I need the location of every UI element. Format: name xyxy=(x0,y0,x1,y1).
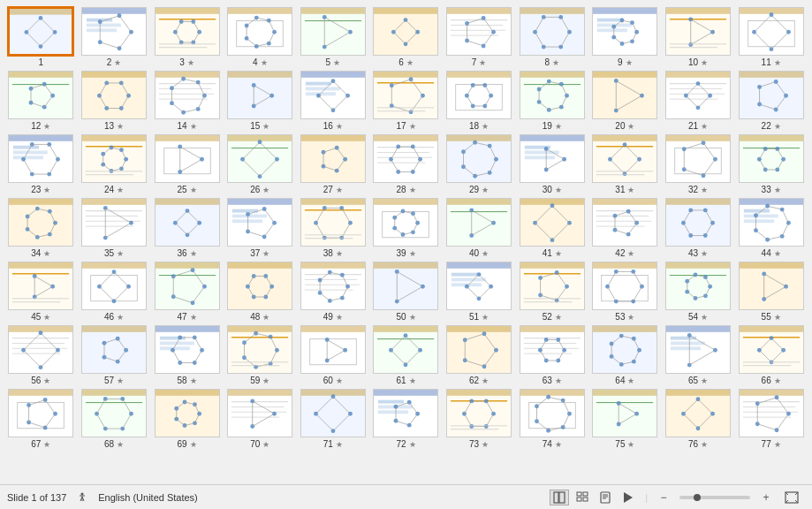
slide-thumbnail-36[interactable] xyxy=(155,198,220,247)
slide-thumbnail-70[interactable] xyxy=(227,389,292,437)
slide-thumbnail-23[interactable] xyxy=(8,134,73,183)
slide-item-36[interactable]: 36★ xyxy=(151,198,223,258)
slide-item-34[interactable]: 34★ xyxy=(5,198,77,258)
slide-thumbnail-22[interactable] xyxy=(739,71,804,119)
slide-thumbnail-57[interactable] xyxy=(81,325,147,374)
slide-thumbnail-63[interactable] xyxy=(520,325,585,374)
slide-item-50[interactable]: 50★ xyxy=(370,262,442,322)
slide-thumbnail-73[interactable] xyxy=(446,389,512,437)
view-normal-button[interactable] xyxy=(550,490,569,505)
slide-item-14[interactable]: 14★ xyxy=(151,71,223,131)
slide-thumbnail-6[interactable] xyxy=(373,7,438,56)
slide-thumbnail-43[interactable] xyxy=(665,198,731,247)
slide-thumbnail-28[interactable] xyxy=(373,134,438,183)
view-reading-button[interactable] xyxy=(596,490,615,505)
slide-thumbnail-56[interactable] xyxy=(8,325,73,374)
slide-thumbnail-69[interactable] xyxy=(155,389,220,437)
slide-thumbnail-49[interactable] xyxy=(300,262,366,310)
slide-thumbnail-48[interactable] xyxy=(227,262,292,310)
fit-slide-button[interactable] xyxy=(778,490,805,505)
slide-item-18[interactable]: 18★ xyxy=(444,71,515,131)
slide-thumbnail-8[interactable] xyxy=(520,7,585,56)
slide-item-44[interactable]: 44★ xyxy=(735,198,807,258)
slide-item-42[interactable]: 42★ xyxy=(589,198,661,258)
slide-item-10[interactable]: 10★ xyxy=(663,7,734,67)
slide-thumbnail-41[interactable] xyxy=(520,198,585,247)
slide-thumbnail-58[interactable] xyxy=(155,325,220,374)
slide-item-1[interactable]: 1 xyxy=(5,7,77,67)
slide-item-70[interactable]: 70★ xyxy=(224,389,296,449)
slide-thumbnail-77[interactable] xyxy=(739,389,804,437)
slide-thumbnail-7[interactable] xyxy=(446,7,512,56)
slide-item-15[interactable]: 15★ xyxy=(224,71,296,131)
slide-thumbnail-38[interactable] xyxy=(300,198,366,247)
slide-item-19[interactable]: 19★ xyxy=(516,71,588,131)
slide-item-11[interactable]: 11★ xyxy=(735,7,807,67)
slide-item-3[interactable]: 3★ xyxy=(151,7,223,67)
slide-item-58[interactable]: 58★ xyxy=(151,325,223,385)
slide-item-47[interactable]: 47★ xyxy=(151,262,223,322)
slide-item-68[interactable]: 68★ xyxy=(79,389,150,449)
slide-thumbnail-72[interactable] xyxy=(373,389,438,437)
slide-thumbnail-59[interactable] xyxy=(227,325,292,374)
slide-thumbnail-1[interactable] xyxy=(8,7,73,56)
slide-thumbnail-52[interactable] xyxy=(520,262,585,310)
slide-thumbnail-67[interactable] xyxy=(8,389,73,437)
slide-item-39[interactable]: 39★ xyxy=(370,198,442,258)
slide-thumbnail-75[interactable] xyxy=(592,389,657,437)
slide-panel[interactable]: 1 2★ 3★ 4★ xyxy=(0,0,812,484)
slide-thumbnail-10[interactable] xyxy=(665,7,731,56)
view-slide-sorter-button[interactable] xyxy=(573,490,592,505)
zoom-slider[interactable] xyxy=(679,496,750,499)
slide-thumbnail-19[interactable] xyxy=(520,71,585,119)
slide-item-64[interactable]: 64★ xyxy=(589,325,661,385)
slide-item-45[interactable]: 45★ xyxy=(5,262,77,322)
slide-thumbnail-74[interactable] xyxy=(520,389,585,437)
slide-item-41[interactable]: 41★ xyxy=(516,198,588,258)
slide-thumbnail-12[interactable] xyxy=(8,71,73,119)
slide-thumbnail-42[interactable] xyxy=(592,198,657,247)
slide-item-24[interactable]: 24★ xyxy=(79,134,150,194)
slide-thumbnail-33[interactable] xyxy=(739,134,804,183)
slide-item-40[interactable]: 40★ xyxy=(444,198,515,258)
slide-thumbnail-16[interactable] xyxy=(300,71,366,119)
slide-item-37[interactable]: 37★ xyxy=(224,198,296,258)
slide-item-26[interactable]: 26★ xyxy=(224,134,296,194)
slide-item-65[interactable]: 65★ xyxy=(663,325,734,385)
slide-item-33[interactable]: 33★ xyxy=(735,134,807,194)
slide-item-12[interactable]: 12★ xyxy=(5,71,77,131)
slide-thumbnail-14[interactable] xyxy=(155,71,220,119)
slide-item-56[interactable]: 56★ xyxy=(5,325,77,385)
slide-item-51[interactable]: 51★ xyxy=(444,262,515,322)
slide-item-71[interactable]: 71★ xyxy=(298,389,369,449)
view-slideshow-button[interactable] xyxy=(618,490,638,505)
slide-item-62[interactable]: 62★ xyxy=(444,325,515,385)
slide-item-77[interactable]: 77★ xyxy=(735,389,807,449)
slide-thumbnail-71[interactable] xyxy=(300,389,366,437)
slide-item-2[interactable]: 2★ xyxy=(79,7,150,67)
slide-item-75[interactable]: 75★ xyxy=(589,389,661,449)
slide-item-17[interactable]: 17★ xyxy=(370,71,442,131)
slide-item-43[interactable]: 43★ xyxy=(663,198,734,258)
slide-item-60[interactable]: 60★ xyxy=(298,325,369,385)
slide-item-48[interactable]: 48★ xyxy=(224,262,296,322)
slide-thumbnail-62[interactable] xyxy=(446,325,512,374)
slide-item-5[interactable]: 5★ xyxy=(298,7,369,67)
slide-item-23[interactable]: 23★ xyxy=(5,134,77,194)
slide-thumbnail-64[interactable] xyxy=(592,325,657,374)
slide-thumbnail-21[interactable] xyxy=(665,71,731,119)
slide-thumbnail-45[interactable] xyxy=(8,262,73,310)
slide-item-66[interactable]: 66★ xyxy=(735,325,807,385)
slide-thumbnail-35[interactable] xyxy=(81,198,147,247)
slide-thumbnail-55[interactable] xyxy=(739,262,804,310)
slide-item-55[interactable]: 55★ xyxy=(735,262,807,322)
slide-item-28[interactable]: 28★ xyxy=(370,134,442,194)
slide-item-53[interactable]: 53★ xyxy=(589,262,661,322)
slide-item-4[interactable]: 4★ xyxy=(224,7,296,67)
slide-thumbnail-2[interactable] xyxy=(81,7,147,56)
slide-item-38[interactable]: 38★ xyxy=(298,198,369,258)
slide-item-25[interactable]: 25★ xyxy=(151,134,223,194)
slide-thumbnail-30[interactable] xyxy=(520,134,585,183)
slide-thumbnail-76[interactable] xyxy=(665,389,731,437)
slide-thumbnail-54[interactable] xyxy=(665,262,731,310)
